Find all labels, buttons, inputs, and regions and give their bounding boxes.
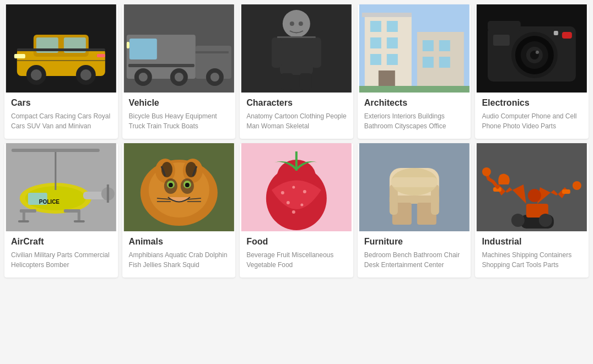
category-grid: CarsCompact Cars Racing Cars Royal Cars … — [4, 4, 589, 278]
svg-text:POLICE: POLICE — [39, 199, 60, 205]
svg-point-91 — [168, 183, 172, 187]
category-title-industrial: Industrial — [482, 237, 582, 247]
category-title-cars: Cars — [11, 98, 111, 108]
svg-point-104 — [300, 204, 303, 207]
category-subtitle-aircraft: Civilian Military Parts Commercial Helic… — [11, 250, 111, 270]
category-title-characters: Characters — [246, 98, 347, 108]
category-image-animals — [122, 143, 236, 231]
svg-rect-45 — [423, 40, 434, 51]
svg-rect-75 — [23, 211, 25, 221]
svg-point-102 — [303, 190, 306, 193]
category-title-furniture: Furniture — [364, 237, 465, 247]
svg-rect-40 — [387, 21, 398, 32]
category-title-animals: Animals — [129, 237, 229, 247]
category-subtitle-animals: Amphibians Aquatic Crab Dolphin Fish Jel… — [129, 250, 229, 270]
svg-rect-25 — [126, 42, 129, 48]
category-content-characters: CharactersAnatomy Cartoon Clothing Peopl… — [240, 93, 353, 139]
category-subtitle-characters: Anatomy Cartoon Clothing People Man Woma… — [246, 111, 347, 131]
svg-rect-78 — [74, 220, 85, 222]
category-content-vehicle: VehicleBicycle Bus Heavy Equipment Truck… — [122, 93, 236, 139]
svg-rect-16 — [129, 39, 157, 59]
svg-point-105 — [292, 210, 295, 214]
category-content-furniture: FurnitureBedroom Bench Bathroom Chair De… — [358, 231, 471, 278]
category-title-vehicle: Vehicle — [129, 98, 229, 108]
svg-point-92 — [185, 183, 189, 187]
svg-point-19 — [138, 73, 147, 82]
svg-rect-10 — [97, 54, 105, 57]
svg-rect-49 — [379, 70, 395, 87]
svg-point-122 — [528, 189, 541, 202]
svg-rect-121 — [562, 189, 570, 194]
svg-point-103 — [287, 201, 290, 204]
svg-rect-44 — [387, 54, 398, 65]
category-subtitle-industrial: Machines Shipping Containers Shopping Ca… — [482, 250, 582, 270]
category-image-food — [240, 143, 353, 231]
category-content-animals: AnimalsAmphibians Aquatic Crab Dolphin F… — [122, 231, 236, 278]
category-image-architects — [358, 4, 471, 93]
category-card-cars[interactable]: CarsCompact Cars Racing Cars Royal Cars … — [4, 4, 118, 139]
svg-point-101 — [292, 186, 295, 189]
svg-rect-35 — [277, 36, 316, 38]
svg-point-100 — [281, 191, 284, 194]
category-image-electronics — [475, 4, 589, 93]
svg-rect-28 — [280, 36, 313, 75]
svg-point-33 — [290, 21, 294, 26]
category-content-aircraft: AirCraftCivilian Military Parts Commerci… — [4, 231, 118, 278]
svg-rect-77 — [18, 220, 29, 222]
svg-rect-114 — [391, 177, 438, 187]
svg-point-120 — [573, 181, 581, 190]
svg-rect-73 — [20, 209, 36, 213]
svg-point-21 — [174, 73, 183, 82]
svg-rect-39 — [370, 21, 381, 32]
svg-rect-61 — [562, 32, 572, 39]
category-card-aircraft[interactable]: POLICE AirCraftCivilian Military Parts C… — [4, 143, 118, 278]
svg-rect-46 — [439, 40, 450, 51]
category-subtitle-furniture: Bedroom Bench Bathroom Chair Desk Entert… — [364, 250, 465, 270]
svg-rect-9 — [14, 54, 25, 58]
svg-rect-68 — [12, 149, 100, 152]
svg-rect-43 — [370, 54, 381, 65]
category-card-industrial[interactable]: IndustrialMachines Shipping Containers S… — [475, 143, 589, 278]
svg-rect-42 — [387, 37, 398, 48]
svg-point-124 — [539, 214, 552, 227]
svg-rect-62 — [493, 35, 510, 46]
svg-point-34 — [299, 21, 303, 26]
category-image-vehicle — [122, 4, 236, 93]
svg-rect-11 — [17, 48, 105, 51]
category-card-vehicle[interactable]: VehicleBicycle Bus Heavy Equipment Truck… — [122, 4, 236, 139]
category-image-aircraft: POLICE — [4, 143, 118, 231]
svg-rect-48 — [439, 57, 450, 68]
svg-point-6 — [31, 69, 42, 80]
svg-rect-47 — [423, 57, 434, 68]
category-image-industrial — [475, 143, 589, 231]
category-subtitle-food: Beverage Fruit Miscellaneous Vegetable F… — [246, 250, 347, 270]
category-card-architects[interactable]: ArchitectsExteriors Interiors Buildings … — [358, 4, 471, 139]
category-card-food[interactable]: FoodBeverage Fruit Miscellaneous Vegetab… — [240, 143, 353, 278]
category-content-electronics: ElectronicsAudio Computer Phone and Cell… — [475, 93, 589, 139]
svg-rect-31 — [281, 73, 293, 90]
svg-rect-17 — [128, 64, 194, 67]
category-card-animals[interactable]: AnimalsAmphibians Aquatic Crab Dolphin F… — [122, 143, 236, 278]
category-content-food: FoodBeverage Fruit Miscellaneous Vegetab… — [240, 231, 353, 278]
category-card-electronics[interactable]: ElectronicsAudio Computer Phone and Cell… — [475, 4, 589, 139]
svg-point-123 — [511, 214, 525, 227]
svg-rect-32 — [300, 73, 312, 90]
svg-rect-63 — [554, 31, 558, 35]
category-content-industrial: IndustrialMachines Shipping Containers S… — [475, 231, 589, 278]
svg-point-8 — [80, 69, 91, 80]
category-title-architects: Architects — [364, 98, 465, 108]
svg-point-23 — [210, 73, 219, 82]
category-content-architects: ArchitectsExteriors Interiors Buildings … — [358, 93, 471, 139]
category-card-characters[interactable]: CharactersAnatomy Cartoon Clothing Peopl… — [240, 4, 353, 139]
category-subtitle-architects: Exteriors Interiors Buildings Bathroom C… — [364, 111, 465, 131]
svg-rect-51 — [362, 13, 412, 17]
svg-rect-50 — [359, 86, 470, 93]
svg-rect-76 — [78, 211, 80, 221]
svg-rect-41 — [370, 37, 381, 48]
category-title-electronics: Electronics — [482, 98, 582, 108]
svg-point-119 — [482, 167, 491, 176]
category-title-aircraft: AirCraft — [11, 237, 111, 247]
svg-rect-30 — [311, 37, 321, 68]
category-card-furniture[interactable]: FurnitureBedroom Bench Bathroom Chair De… — [358, 143, 471, 278]
svg-point-60 — [536, 51, 539, 54]
